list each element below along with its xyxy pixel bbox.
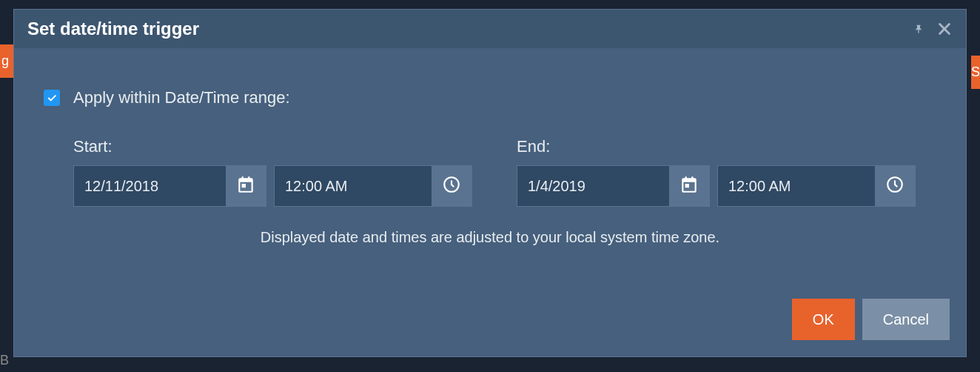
- end-group: End:: [517, 137, 916, 207]
- start-date-combo: [73, 165, 266, 207]
- apply-range-checkbox[interactable]: [44, 90, 60, 106]
- start-time-input[interactable]: [275, 166, 432, 206]
- clock-icon: [885, 175, 905, 197]
- start-group: Start:: [73, 137, 472, 207]
- background-fragment-right: S: [971, 56, 980, 89]
- start-date-calendar-button[interactable]: [226, 166, 266, 206]
- cancel-button[interactable]: Cancel: [862, 299, 950, 340]
- start-date-input[interactable]: [74, 166, 226, 206]
- apply-range-row: Apply within Date/Time range:: [44, 88, 936, 107]
- modal-footer: OK Cancel: [14, 299, 966, 356]
- date-range-row: Start:: [44, 137, 936, 207]
- modal-title: Set date/time trigger: [27, 19, 199, 39]
- start-time-combo: [274, 165, 472, 207]
- background-fragment-left: g: [0, 44, 13, 78]
- calendar-icon: [236, 175, 255, 197]
- end-time-clock-button[interactable]: [875, 166, 915, 206]
- modal-header-icons: [913, 21, 953, 37]
- end-time-input[interactable]: [718, 166, 875, 206]
- end-label: End:: [517, 137, 916, 156]
- end-inputs: [517, 165, 916, 207]
- end-time-combo: [717, 165, 916, 207]
- end-date-input[interactable]: [517, 166, 669, 206]
- start-label: Start:: [73, 137, 472, 156]
- end-date-combo: [517, 165, 710, 207]
- timezone-note: Displayed date and times are adjusted to…: [44, 229, 936, 246]
- calendar-icon: [679, 175, 699, 197]
- close-icon[interactable]: [936, 21, 953, 37]
- clock-icon: [442, 175, 461, 197]
- start-inputs: [73, 165, 472, 207]
- start-time-clock-button[interactable]: [432, 166, 471, 206]
- date-time-trigger-modal: Set date/time trigger Apply within Date/…: [13, 9, 967, 357]
- pin-icon[interactable]: [913, 23, 924, 35]
- modal-header: Set date/time trigger: [14, 10, 966, 48]
- modal-body: Apply within Date/Time range: Start:: [14, 48, 966, 299]
- end-date-calendar-button[interactable]: [669, 166, 709, 206]
- background-fragment-bottom: B: [0, 353, 9, 368]
- apply-range-label: Apply within Date/Time range:: [73, 88, 290, 107]
- ok-button[interactable]: OK: [792, 299, 855, 340]
